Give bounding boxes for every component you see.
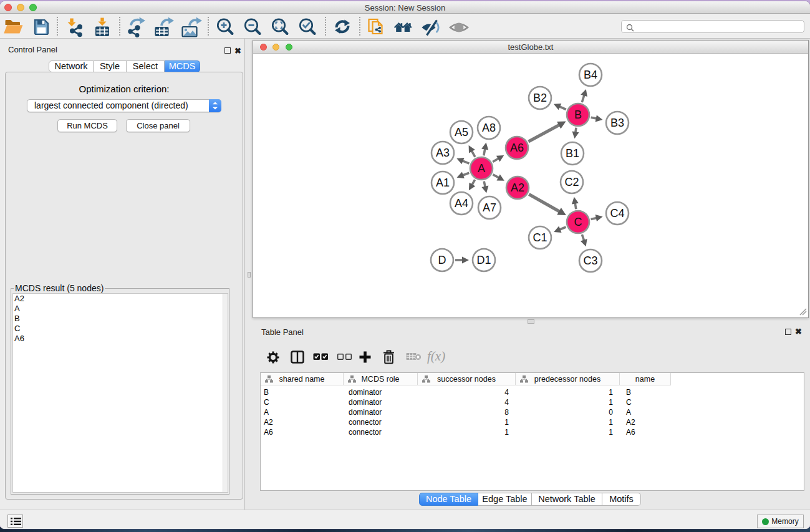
svg-text:C4: C4 (610, 207, 624, 220)
svg-text:A6: A6 (510, 142, 524, 154)
svg-text:A2: A2 (511, 181, 524, 194)
svg-text:B: B (574, 109, 582, 121)
svg-text:A3: A3 (436, 147, 450, 159)
svg-text:B2: B2 (533, 92, 547, 104)
svg-text:C: C (574, 216, 582, 228)
svg-text:A4: A4 (455, 197, 468, 210)
svg-text:C2: C2 (564, 176, 579, 188)
svg-text:D: D (438, 254, 446, 266)
svg-text:D1: D1 (476, 254, 491, 266)
svg-text:C1: C1 (533, 231, 547, 244)
svg-text:A1: A1 (436, 177, 450, 189)
svg-text:C3: C3 (583, 254, 597, 267)
svg-text:B3: B3 (610, 117, 624, 129)
svg-text:A8: A8 (482, 122, 496, 134)
svg-text:A5: A5 (455, 126, 468, 138)
svg-text:A: A (478, 162, 485, 175)
svg-text:A7: A7 (483, 201, 496, 214)
svg-text:B4: B4 (584, 69, 597, 81)
svg-text:B1: B1 (566, 147, 579, 160)
